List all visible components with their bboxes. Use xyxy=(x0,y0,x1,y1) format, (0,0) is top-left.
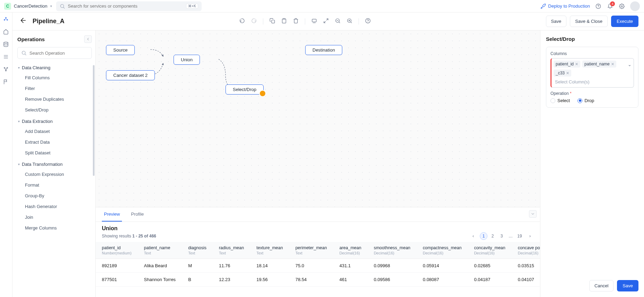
chevron-down-icon[interactable]: ⌄ xyxy=(628,62,632,67)
columns-label: Columns xyxy=(550,51,634,56)
table-header[interactable]: concave points_meanDecimal(16) xyxy=(512,242,540,259)
op-item[interactable]: Format xyxy=(17,180,92,190)
chip-remove-icon[interactable]: ✕ xyxy=(575,62,578,66)
preview-table-scroll[interactable]: patient_idNumber(medium)patient_nameText… xyxy=(96,242,540,297)
help-button[interactable] xyxy=(595,3,602,10)
delete-button[interactable] xyxy=(293,18,299,25)
pager-prev[interactable]: ‹ xyxy=(469,232,477,240)
trash-icon xyxy=(293,18,299,24)
collapse-preview-button[interactable] xyxy=(529,210,537,218)
pager-page[interactable]: … xyxy=(507,232,514,240)
preview-tab[interactable]: Profile xyxy=(129,207,146,222)
pager-page[interactable]: 3 xyxy=(498,232,505,240)
global-search-input[interactable] xyxy=(68,3,183,9)
operation-radio-select[interactable]: Select xyxy=(550,98,570,103)
op-item[interactable]: Custom Expression xyxy=(17,169,92,180)
rail-flag-icon[interactable] xyxy=(3,79,9,85)
op-item[interactable]: Remove Duplicates xyxy=(17,94,92,105)
back-button[interactable] xyxy=(19,17,27,26)
project-selector[interactable]: C CancerDetection ▾ xyxy=(4,3,52,10)
op-item[interactable]: Add Dataset xyxy=(17,126,92,137)
svg-point-15 xyxy=(366,18,370,23)
node-source[interactable]: Source xyxy=(106,45,135,55)
save-close-button[interactable]: Save & Close xyxy=(570,16,608,27)
table-header[interactable]: texture_meanText xyxy=(250,242,289,259)
pipeline-canvas[interactable]: Source Cancer dataset 2 Union Select/Dro… xyxy=(96,30,540,207)
pager-page[interactable]: 19 xyxy=(516,232,523,240)
column-chip[interactable]: _c33 ✕ xyxy=(554,70,571,76)
execute-button[interactable]: Execute xyxy=(611,16,638,27)
table-header[interactable]: patient_nameText xyxy=(138,242,182,259)
column-chip[interactable]: patient_name ✕ xyxy=(582,61,616,68)
op-group-header[interactable]: ▾ Data Extraction xyxy=(17,117,92,126)
expand-button[interactable] xyxy=(323,18,329,25)
fit-button[interactable] xyxy=(311,18,317,25)
op-item[interactable]: Split Dataset xyxy=(17,147,92,158)
node-destination[interactable]: Destination xyxy=(305,45,342,55)
table-cell: 0.04107 xyxy=(512,273,540,287)
rail-share-icon[interactable] xyxy=(3,66,9,73)
op-item[interactable]: Merge Columns xyxy=(17,223,92,233)
chip-remove-icon[interactable]: ✕ xyxy=(611,62,614,66)
redo-button[interactable] xyxy=(251,18,257,25)
node-select-drop[interactable]: Select/Drop xyxy=(226,84,264,94)
operation-search-input[interactable] xyxy=(29,51,88,56)
global-search[interactable]: ⌘+K xyxy=(56,1,202,11)
user-avatar[interactable] xyxy=(630,1,640,11)
save-button[interactable]: Save xyxy=(546,16,567,27)
pager-page[interactable]: 2 xyxy=(489,232,496,240)
arrow-left-icon xyxy=(19,17,27,24)
column-chip[interactable]: patient_id ✕ xyxy=(554,61,580,68)
table-row[interactable]: 892189Alika BeardM11.7618.1475.0431.10.0… xyxy=(96,259,540,273)
table-cell: 75.0 xyxy=(289,259,333,273)
screen-icon xyxy=(311,18,317,24)
rail-home-icon[interactable] xyxy=(3,29,9,35)
table-header[interactable]: patient_idNumber(medium) xyxy=(96,242,138,259)
help-toolbar-button[interactable] xyxy=(365,18,371,25)
zoom-in-button[interactable] xyxy=(347,18,352,25)
table-cell: 0.04187 xyxy=(468,273,511,287)
undo-button[interactable] xyxy=(239,18,245,25)
scrollbar[interactable] xyxy=(93,65,95,176)
op-item[interactable]: Join xyxy=(17,212,92,223)
rail-pipeline-icon[interactable] xyxy=(3,17,9,23)
config-save-button[interactable]: Save xyxy=(617,280,638,291)
notifications-button[interactable]: 4 xyxy=(607,3,614,10)
op-group-header[interactable]: ▾ Data Cleaning xyxy=(17,63,92,72)
paste-button[interactable] xyxy=(281,18,287,25)
config-cancel-button[interactable]: Cancel xyxy=(589,280,614,291)
op-group-header[interactable]: ▾ Data Transformation xyxy=(17,160,92,169)
table-header[interactable]: smoothness_meanDecimal(16) xyxy=(368,242,417,259)
node-cancer-dataset-2[interactable]: Cancer dataset 2 xyxy=(106,70,155,80)
table-header[interactable]: concavity_meanDecimal(16) xyxy=(468,242,511,259)
table-header[interactable]: perimeter_meanText xyxy=(289,242,333,259)
columns-multiselect[interactable]: patient_id ✕patient_name ✕_c33 ✕ Select … xyxy=(550,58,634,88)
deploy-button[interactable]: Deploy to Production xyxy=(540,3,590,9)
table-header[interactable]: compactness_meanDecimal(16) xyxy=(417,242,468,259)
node-union[interactable]: Union xyxy=(174,55,200,65)
pager-next[interactable]: › xyxy=(526,232,534,240)
collapse-ops-button[interactable] xyxy=(84,35,92,43)
pager-page[interactable]: 1 xyxy=(480,232,487,240)
preview-title: Union xyxy=(96,222,540,232)
op-item[interactable]: Select/Drop xyxy=(17,105,92,115)
table-header[interactable]: area_meanDecimal(16) xyxy=(333,242,368,259)
operation-radio-drop[interactable]: Drop xyxy=(577,98,594,103)
op-item[interactable]: Hash Generator xyxy=(17,201,92,212)
table-header[interactable]: radius_meanText xyxy=(213,242,250,259)
op-item[interactable]: Filter xyxy=(17,83,92,94)
settings-button[interactable] xyxy=(618,3,625,10)
op-item[interactable]: Extract Data xyxy=(17,137,92,147)
chip-remove-icon[interactable]: ✕ xyxy=(566,71,569,75)
table-cell: 12.23 xyxy=(213,273,250,287)
op-item[interactable]: Fill Columns xyxy=(17,72,92,83)
rail-stack-icon[interactable] xyxy=(3,54,9,60)
copy-button[interactable] xyxy=(270,18,275,25)
zoom-out-button[interactable] xyxy=(335,18,341,25)
operation-search[interactable] xyxy=(17,47,92,59)
preview-tab[interactable]: Preview xyxy=(102,207,122,222)
rail-database-icon[interactable] xyxy=(3,42,9,48)
table-row[interactable]: 877501Shannon TorresB12.2319.5678.544610… xyxy=(96,273,540,287)
table-header[interactable]: diagnosisText xyxy=(182,242,213,259)
op-item[interactable]: Group-By xyxy=(17,190,92,201)
